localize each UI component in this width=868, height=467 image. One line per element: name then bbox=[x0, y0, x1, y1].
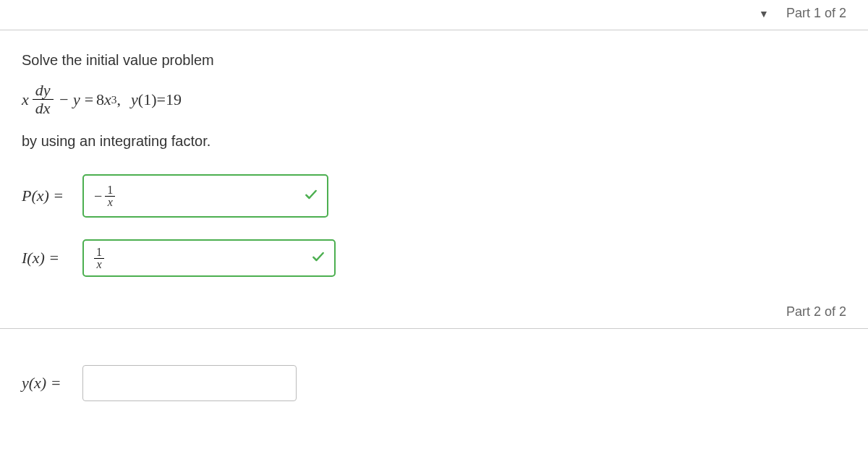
P-neg: − bbox=[94, 188, 102, 205]
eq-ic-y: y bbox=[131, 90, 138, 109]
answer-row-P: P(x) = − 1 x bbox=[22, 174, 846, 218]
eq-exp: 3 bbox=[111, 93, 117, 106]
part1-content: Solve the initial value problem x dy dx … bbox=[0, 30, 868, 299]
I-label: I(x) = bbox=[22, 249, 77, 267]
y-answer-box[interactable] bbox=[82, 365, 297, 401]
eq-ic-val: 19 bbox=[166, 90, 182, 109]
check-icon bbox=[304, 187, 318, 205]
eq-var: x bbox=[104, 90, 111, 109]
answer-row-I: I(x) = 1 x bbox=[22, 239, 846, 277]
P-frac: 1 x bbox=[105, 184, 115, 208]
I-answer-box[interactable]: 1 x bbox=[82, 239, 336, 277]
eq-minus-y: − y bbox=[59, 90, 80, 109]
P-label: P(x) = bbox=[22, 187, 77, 205]
answer-row-y: y(x) = bbox=[22, 365, 846, 401]
part2-header: Part 2 of 2 bbox=[0, 299, 868, 329]
prompt-intro: Solve the initial value problem bbox=[22, 52, 846, 69]
part1-label: Part 1 of 2 bbox=[786, 6, 846, 21]
eq-dy-dx: dy dx bbox=[33, 82, 54, 117]
part2-content: y(x) = bbox=[0, 329, 868, 437]
prompt-outro: by using an integrating factor. bbox=[22, 133, 846, 150]
I-frac: 1 x bbox=[94, 247, 104, 270]
eq-equals: = bbox=[85, 90, 93, 109]
y-label: y(x) = bbox=[22, 374, 77, 393]
eq-comma: , bbox=[117, 90, 122, 109]
eq-ic-arg: (1) bbox=[138, 90, 157, 109]
part1-header: ▼ Part 1 of 2 bbox=[0, 0, 868, 30]
collapse-triangle-icon[interactable]: ▼ bbox=[759, 8, 769, 20]
eq-x: x bbox=[22, 90, 29, 109]
eq-coeff: 8 bbox=[96, 90, 104, 109]
P-answer-box[interactable]: − 1 x bbox=[82, 174, 328, 218]
part2-label: Part 2 of 2 bbox=[786, 304, 846, 319]
check-icon bbox=[311, 249, 326, 267]
eq-ic-eq: = bbox=[156, 90, 165, 109]
differential-equation: x dy dx − y = 8 x 3 , y (1) = 19 bbox=[22, 82, 846, 117]
